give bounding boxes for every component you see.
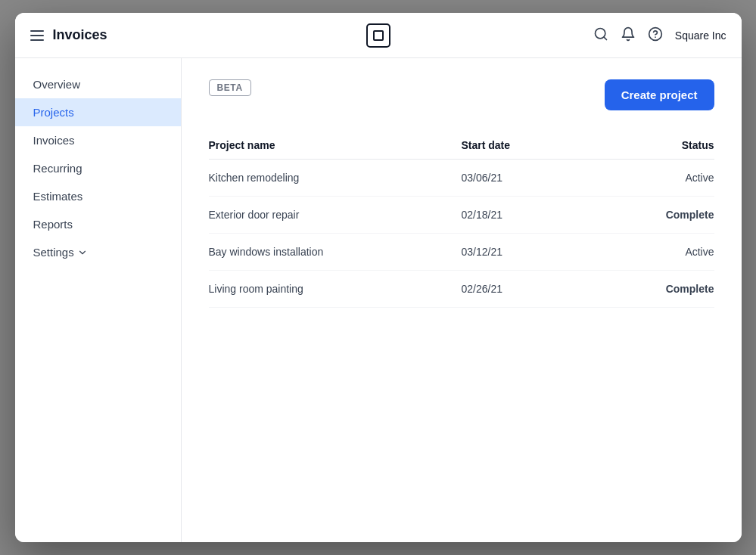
table-row[interactable]: Kitchen remodeling03/06/21Active — [209, 160, 714, 197]
app-window: Invoices Square Inc — [15, 13, 742, 542]
topbar: Invoices Square Inc — [15, 13, 742, 58]
cell-status: Complete — [588, 197, 714, 234]
column-header-date: Start date — [462, 132, 588, 160]
sidebar-item-recurring[interactable]: Recurring — [15, 154, 181, 182]
cell-project-name: Kitchen remodeling — [209, 160, 462, 197]
cell-project-name: Living room painting — [209, 271, 462, 308]
create-project-button[interactable]: Create project — [605, 79, 714, 110]
sidebar-item-settings[interactable]: Settings — [15, 238, 181, 266]
chevron-down-icon — [77, 247, 88, 258]
cell-start-date: 02/26/21 — [462, 271, 588, 308]
square-logo — [366, 23, 390, 48]
content-area: BETA Create project Project name Start d… — [182, 58, 742, 542]
topbar-right: Square Inc — [494, 26, 726, 44]
search-icon[interactable] — [593, 26, 608, 44]
table-row[interactable]: Bay windows installation03/12/21Active — [209, 234, 714, 271]
main-layout: Overview Projects Invoices Recurring Est… — [15, 58, 742, 542]
sidebar-item-overview[interactable]: Overview — [15, 70, 181, 98]
topbar-center — [262, 23, 494, 48]
beta-badge: BETA — [209, 79, 251, 96]
notification-icon[interactable] — [621, 26, 636, 44]
column-header-name: Project name — [209, 132, 462, 160]
help-icon[interactable] — [648, 26, 663, 44]
cell-start-date: 03/06/21 — [462, 160, 588, 197]
sidebar: Overview Projects Invoices Recurring Est… — [15, 58, 182, 542]
content-header: BETA Create project — [209, 79, 714, 110]
sidebar-item-invoices[interactable]: Invoices — [15, 126, 181, 154]
cell-project-name: Exterior door repair — [209, 197, 462, 234]
app-title: Invoices — [53, 27, 107, 43]
company-name: Square Inc — [675, 29, 726, 42]
menu-icon[interactable] — [30, 30, 44, 41]
table-row[interactable]: Exterior door repair02/18/21Complete — [209, 197, 714, 234]
table-header-row: Project name Start date Status — [209, 132, 714, 160]
svg-line-1 — [604, 37, 607, 40]
table-row[interactable]: Living room painting02/26/21Complete — [209, 271, 714, 308]
projects-table: Project name Start date Status Kitchen r… — [209, 132, 714, 308]
topbar-left: Invoices — [30, 27, 263, 43]
cell-status: Active — [588, 160, 714, 197]
sidebar-item-reports[interactable]: Reports — [15, 210, 181, 238]
sidebar-item-estimates[interactable]: Estimates — [15, 182, 181, 210]
square-logo-inner — [373, 30, 384, 41]
cell-start-date: 02/18/21 — [462, 197, 588, 234]
cell-project-name: Bay windows installation — [209, 234, 462, 271]
sidebar-item-projects[interactable]: Projects — [15, 98, 181, 126]
cell-status: Active — [588, 234, 714, 271]
cell-start-date: 03/12/21 — [462, 234, 588, 271]
cell-status: Complete — [588, 271, 714, 308]
column-header-status: Status — [588, 132, 714, 160]
